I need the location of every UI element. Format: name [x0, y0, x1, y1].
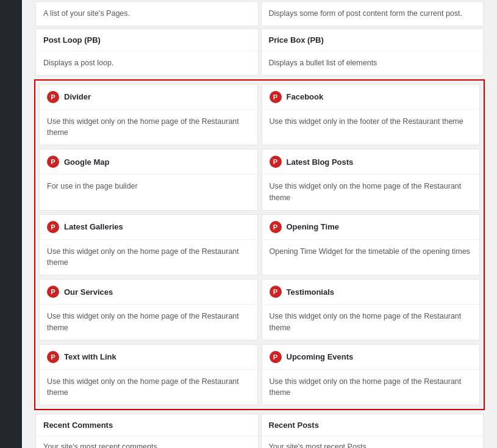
widget-card-opening-time: P Opening Time Opening Time Widget for t…	[262, 214, 481, 276]
p-icon-opening-time: P	[270, 221, 282, 233]
recent-posts-title: Recent Posts	[269, 421, 319, 430]
recent-comments-description: Your site's most recent comments	[43, 443, 157, 448]
testimonials-description: Use this widget only on the home page of…	[270, 312, 462, 332]
bottom-section: Recent Comments Your site's most recent …	[34, 413, 485, 448]
widget-card-post-loop-body: Displays a post loop.	[36, 51, 258, 75]
widget-card-latest-blog-posts-body: Use this widget only on the home page of…	[262, 175, 480, 210]
latest-galleries-title: Latest Galleries	[64, 222, 123, 231]
widget-card-our-services-body: Use this widget only on the home page of…	[40, 305, 257, 340]
post-loop-title: Post Loop (PB)	[43, 35, 101, 45]
widget-card-pages-body: A list of your site's Pages.	[36, 2, 258, 26]
google-map-description: For use in the page builder	[47, 182, 138, 190]
sidebar	[0, 0, 22, 448]
page-wrapper: A list of your site's Pages. Displays so…	[0, 0, 497, 448]
recent-comments-title: Recent Comments	[43, 421, 113, 430]
widget-card-price-box-body: Displays a bullet list of elements	[262, 51, 484, 75]
widget-card-testimonials-header: P Testimonials	[262, 280, 480, 305]
widget-card-upcoming-events-header: P Upcoming Events	[262, 345, 480, 370]
widget-card-recent-posts-header: Recent Posts	[262, 414, 484, 436]
widget-card-facebook: P Facebook Use this widget only in the f…	[262, 84, 481, 146]
widget-card-testimonials-body: Use this widget only on the home page of…	[262, 305, 480, 340]
widget-card-upcoming-events-body: Use this widget only on the home page of…	[262, 370, 480, 405]
widget-card-our-services: P Our Services Use this widget only on t…	[39, 279, 258, 341]
our-services-title: Our Services	[64, 287, 113, 297]
latest-blog-posts-description: Use this widget only on the home page of…	[270, 182, 462, 202]
p-icon-testimonials: P	[270, 286, 282, 298]
latest-galleries-description: Use this widget only on the home page of…	[47, 247, 239, 267]
widget-card-post-content-body: Displays some form of post content form …	[262, 2, 484, 26]
widget-card-our-services-header: P Our Services	[40, 280, 257, 305]
widget-card-text-with-link: P Text with Link Use this widget only on…	[39, 344, 258, 406]
widget-card-opening-time-body: Opening Time Widget for the timetable of…	[262, 240, 480, 264]
opening-time-title: Opening Time	[287, 222, 339, 231]
widget-card-price-box: Price Box (PB) Displays a bullet list of…	[261, 29, 484, 76]
upcoming-events-title: Upcoming Events	[287, 352, 354, 361]
widget-card-divider-header: P Divider	[40, 85, 257, 110]
our-services-description: Use this widget only on the home page of…	[47, 312, 239, 332]
post-loop-description: Displays a post loop.	[43, 59, 113, 67]
testimonials-title: Testimonials	[287, 287, 335, 297]
widget-card-testimonials: P Testimonials Use this widget only on t…	[262, 279, 481, 341]
post-content-description: Displays some form of post content form …	[269, 9, 463, 18]
divider-title: Divider	[64, 92, 91, 101]
text-with-link-description: Use this widget only on the home page of…	[47, 377, 239, 397]
widget-card-facebook-body: Use this widget only in the footer of th…	[262, 110, 480, 134]
divider-description: Use this widget only on the home page of…	[47, 117, 239, 137]
widget-card-post-content: Displays some form of post content form …	[261, 1, 484, 26]
bottom-grid: Recent Comments Your site's most recent …	[34, 413, 485, 448]
widget-card-post-loop: Post Loop (PB) Displays a post loop.	[35, 29, 259, 76]
widget-card-latest-blog-posts-header: P Latest Blog Posts	[262, 150, 480, 175]
widget-card-facebook-header: P Facebook	[262, 85, 480, 110]
opening-time-description: Opening Time Widget for the timetable of…	[270, 247, 470, 256]
widget-card-price-box-header: Price Box (PB)	[262, 29, 484, 51]
latest-blog-posts-title: Latest Blog Posts	[287, 157, 354, 167]
widget-card-google-map-body: For use in the page builder	[40, 175, 257, 198]
p-icon-google-map: P	[47, 156, 59, 168]
widget-card-text-with-link-header: P Text with Link	[40, 345, 257, 370]
main-content: A list of your site's Pages. Displays so…	[22, 0, 497, 448]
top-section: A list of your site's Pages. Displays so…	[34, 0, 485, 77]
widget-card-recent-posts: Recent Posts Your site's most recent Pos…	[261, 414, 484, 448]
widget-card-latest-galleries-body: Use this widget only on the home page of…	[40, 240, 257, 275]
widget-card-google-map: P Google Map For use in the page builder	[39, 149, 258, 211]
widget-card-post-loop-header: Post Loop (PB)	[36, 29, 258, 51]
upcoming-events-description: Use this widget only on the home page of…	[270, 377, 462, 397]
widget-card-latest-galleries: P Latest Galleries Use this widget only …	[39, 214, 258, 276]
widget-card-upcoming-events: P Upcoming Events Use this widget only o…	[262, 344, 481, 406]
widget-card-opening-time-header: P Opening Time	[262, 215, 480, 240]
p-icon-our-services: P	[47, 286, 59, 298]
widget-card-pages: A list of your site's Pages.	[35, 1, 259, 26]
widget-card-divider-body: Use this widget only on the home page of…	[40, 110, 257, 145]
price-box-title: Price Box (PB)	[269, 35, 324, 45]
recent-posts-description: Your site's most recent Posts	[269, 443, 366, 448]
p-icon-facebook: P	[270, 91, 282, 103]
widget-card-text-with-link-body: Use this widget only on the home page of…	[40, 370, 257, 405]
widget-card-recent-posts-body: Your site's most recent Posts	[262, 436, 484, 448]
google-map-title: Google Map	[64, 157, 109, 167]
highlighted-section: P Divider Use this widget only on the ho…	[34, 79, 485, 411]
price-box-description: Displays a bullet list of elements	[269, 59, 377, 67]
widget-card-google-map-header: P Google Map	[40, 150, 257, 175]
p-icon-upcoming-events: P	[270, 351, 282, 363]
widget-card-recent-comments: Recent Comments Your site's most recent …	[35, 414, 259, 448]
p-icon-divider: P	[47, 91, 59, 103]
widget-card-latest-galleries-header: P Latest Galleries	[40, 215, 257, 240]
facebook-title: Facebook	[287, 92, 324, 101]
highlighted-grid: P Divider Use this widget only on the ho…	[38, 83, 481, 407]
p-icon-latest-blog-posts: P	[270, 156, 282, 168]
p-icon-text-with-link: P	[47, 351, 59, 363]
widget-card-recent-comments-header: Recent Comments	[36, 414, 258, 436]
top-grid: A list of your site's Pages. Displays so…	[34, 0, 485, 77]
pages-description: A list of your site's Pages.	[43, 9, 130, 18]
facebook-description: Use this widget only in the footer of th…	[270, 117, 463, 126]
widget-card-recent-comments-body: Your site's most recent comments	[36, 436, 258, 448]
text-with-link-title: Text with Link	[64, 352, 116, 361]
widget-card-latest-blog-posts: P Latest Blog Posts Use this widget only…	[262, 149, 481, 211]
widget-card-divider: P Divider Use this widget only on the ho…	[39, 84, 258, 146]
p-icon-latest-galleries: P	[47, 221, 59, 233]
